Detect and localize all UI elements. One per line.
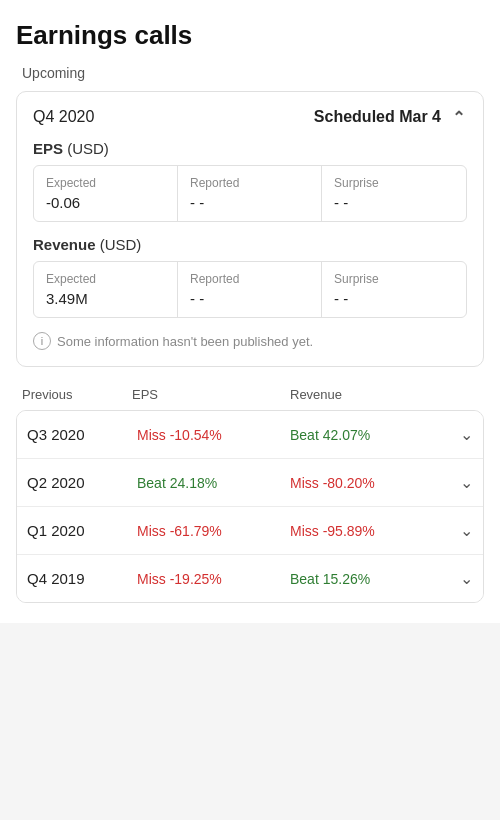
upcoming-card: Q4 2020 Scheduled Mar 4 ⌃ EPS (USD) Expe…	[16, 91, 484, 367]
row-quarter: Q1 2020	[27, 522, 137, 539]
chevron-down-icon[interactable]: ⌄	[443, 569, 473, 588]
eps-title: EPS (USD)	[33, 140, 467, 157]
eps-expected-label: Expected	[46, 176, 165, 190]
previous-label: Previous	[22, 387, 132, 402]
eps-section: EPS (USD) Expected -0.06 Reported - - Su…	[33, 140, 467, 222]
previous-rows: Q3 2020 Miss -10.54% Beat 42.07% ⌄ Q2 20…	[16, 410, 484, 603]
row-eps: Miss -19.25%	[137, 571, 290, 587]
row-eps: Miss -10.54%	[137, 427, 290, 443]
eps-surprise-value: - -	[334, 194, 454, 211]
revenue-surprise-label: Surprise	[334, 272, 454, 286]
info-icon: i	[33, 332, 51, 350]
eps-expected-value: -0.06	[46, 194, 165, 211]
earnings-calls-container: Earnings calls Upcoming Q4 2020 Schedule…	[0, 0, 500, 623]
eps-reported-value: - -	[190, 194, 309, 211]
row-revenue: Miss -95.89%	[290, 523, 443, 539]
previous-header: Previous EPS Revenue	[16, 387, 484, 410]
row-quarter: Q2 2020	[27, 474, 137, 491]
revenue-title-rest: (USD)	[96, 236, 142, 253]
previous-eps-col: EPS	[132, 387, 290, 402]
revenue-reported-label: Reported	[190, 272, 309, 286]
row-eps: Beat 24.18%	[137, 475, 290, 491]
revenue-reported-value: - -	[190, 290, 309, 307]
eps-surprise-label: Surprise	[334, 176, 454, 190]
row-revenue: Beat 42.07%	[290, 427, 443, 443]
revenue-expected-value: 3.49M	[46, 290, 165, 307]
eps-reported-label: Reported	[190, 176, 309, 190]
upcoming-quarter: Q4 2020	[33, 108, 94, 126]
eps-expected-cell: Expected -0.06	[34, 166, 178, 221]
previous-row[interactable]: Q2 2020 Beat 24.18% Miss -80.20% ⌄	[17, 459, 483, 507]
scheduled-text: Scheduled Mar 4	[314, 108, 441, 126]
revenue-reported-cell: Reported - -	[178, 262, 322, 317]
previous-row[interactable]: Q3 2020 Miss -10.54% Beat 42.07% ⌄	[17, 411, 483, 459]
row-revenue: Miss -80.20%	[290, 475, 443, 491]
revenue-surprise-value: - -	[334, 290, 454, 307]
revenue-expected-cell: Expected 3.49M	[34, 262, 178, 317]
page-title: Earnings calls	[16, 20, 484, 51]
revenue-expected-label: Expected	[46, 272, 165, 286]
revenue-section: Revenue (USD) Expected 3.49M Reported - …	[33, 236, 467, 318]
row-revenue: Beat 15.26%	[290, 571, 443, 587]
eps-title-rest: (USD)	[63, 140, 109, 157]
row-eps: Miss -61.79%	[137, 523, 290, 539]
previous-row[interactable]: Q4 2019 Miss -19.25% Beat 15.26% ⌄	[17, 555, 483, 602]
upcoming-label: Upcoming	[22, 65, 484, 81]
chevron-down-icon[interactable]: ⌄	[443, 425, 473, 444]
eps-surprise-cell: Surprise - -	[322, 166, 466, 221]
previous-row[interactable]: Q1 2020 Miss -61.79% Miss -95.89% ⌄	[17, 507, 483, 555]
eps-reported-cell: Reported - -	[178, 166, 322, 221]
eps-title-bold: EPS	[33, 140, 63, 157]
revenue-surprise-cell: Surprise - -	[322, 262, 466, 317]
revenue-title-bold: Revenue	[33, 236, 96, 253]
collapse-icon[interactable]: ⌃	[449, 108, 467, 126]
info-row: i Some information hasn't been published…	[33, 332, 467, 350]
previous-revenue-col: Revenue	[290, 387, 448, 402]
row-quarter: Q3 2020	[27, 426, 137, 443]
upcoming-card-header: Q4 2020 Scheduled Mar 4 ⌃	[33, 108, 467, 126]
revenue-title: Revenue (USD)	[33, 236, 467, 253]
info-text: Some information hasn't been published y…	[57, 334, 313, 349]
eps-grid: Expected -0.06 Reported - - Surprise - -	[33, 165, 467, 222]
scheduled-info: Scheduled Mar 4 ⌃	[314, 108, 467, 126]
chevron-down-icon[interactable]: ⌄	[443, 473, 473, 492]
chevron-down-icon[interactable]: ⌄	[443, 521, 473, 540]
revenue-grid: Expected 3.49M Reported - - Surprise - -	[33, 261, 467, 318]
row-quarter: Q4 2019	[27, 570, 137, 587]
